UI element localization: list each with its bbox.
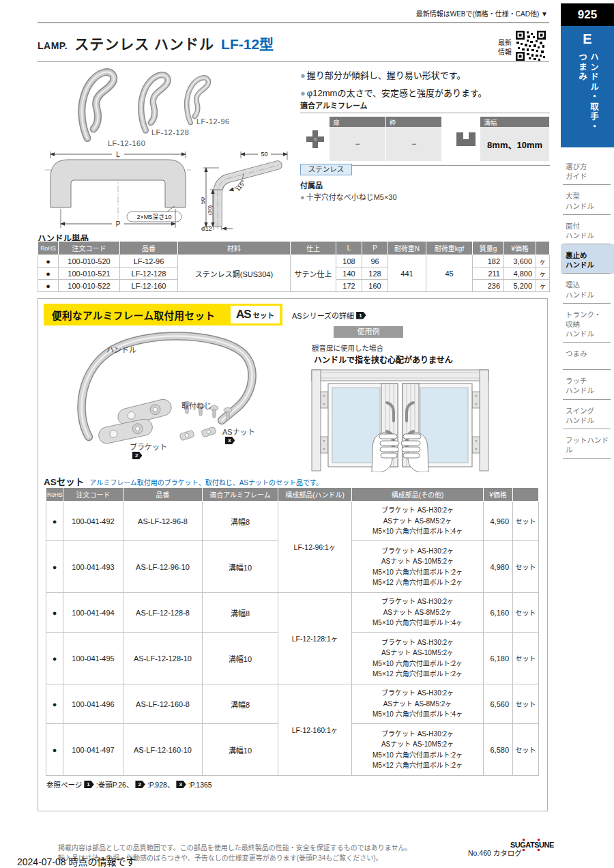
page-title: ステンレス ハンドル — [74, 33, 214, 53]
svg-text:115°: 115° — [234, 179, 246, 192]
disclaimer-line1: 掲載内容は部品としての品質範囲です。この部品を使用した最終製品の性能・安全を保証… — [58, 842, 411, 852]
load-n-cell: 441 — [388, 255, 426, 292]
component-other-cell: ブラケット AS-H30:2ヶ ASナット AS-10M5:2ヶ M5×10 六… — [352, 633, 484, 684]
catalog-page: 最新情報はWEBで(価格・仕様・CAD他) ▼ LAMP. ステンレス ハンドル… — [0, 0, 614, 868]
feature-item: ●φ12mmの太さで、安定感と強度があります。 — [300, 86, 551, 99]
col-rohs: RoHS — [46, 488, 63, 502]
lamp-logo: LAMP. — [38, 40, 68, 51]
compat-title: 適合アルミフレーム — [300, 100, 550, 113]
rohs-dot: ● — [38, 267, 59, 280]
qr-caption: 最新 情報 — [486, 38, 512, 57]
component-other-cell: ブラケット AS-H30:2ヶ ASナット AS-8M5:2ヶ M5×10 六角… — [352, 502, 484, 541]
nav-item-erabikata-guide[interactable]: 選び方 ガイド — [561, 156, 614, 185]
unit-cell: セット — [513, 633, 539, 684]
table-row: ● 100-041-496 AS-LF-12-160-8 溝幅8 LF-12-1… — [46, 684, 539, 724]
usage-line1: 観音扉に使用した場合 — [312, 343, 383, 353]
order-code: 100-010-522 — [59, 280, 120, 292]
rohs-dot: ● — [46, 593, 63, 633]
rohs-dot: ● — [46, 633, 63, 684]
bullet-icon: ● — [300, 88, 306, 98]
dim-l: 140 — [336, 267, 362, 280]
feature-item: ●握り部分が傾斜し、握り易い形状です。 — [300, 68, 551, 81]
dim-l: 172 — [336, 280, 362, 292]
col-component-other: 構成部品(その他) — [352, 488, 484, 502]
part-number-link[interactable]: AS-LF-12-160-10 — [123, 724, 203, 776]
part-number-link[interactable]: LF-12-160 — [120, 280, 178, 292]
price-cell: 3,600 — [504, 255, 536, 267]
svg-text:(30): (30) — [207, 205, 213, 216]
unit-cell: ヶ — [536, 255, 550, 267]
divider — [38, 61, 549, 62]
table-row: ● 100-010-520 LF-12-96 ステンレス鋼(SUS304) サテ… — [38, 255, 550, 267]
order-code: 100-010-521 — [59, 267, 120, 280]
nav-item-ogata-handle[interactable]: 大型 ハンドル — [561, 185, 614, 214]
nav-item-tsumami[interactable]: つまみ — [561, 343, 614, 370]
product-label: LF-12-128 — [151, 128, 189, 136]
nav-item-latch-handle[interactable]: ラッチ ハンドル — [561, 370, 614, 399]
feature-list: ●握り部分が傾斜し、握り易い形状です。 ●φ12mmの太さで、安定感と強度があり… — [300, 68, 551, 104]
part-number-link[interactable]: AS-LF-12-128-10 — [123, 633, 203, 684]
nav-item-uradome-handle[interactable]: 裏止め ハンドル — [561, 244, 614, 274]
part-number-link[interactable]: AS-LF-12-160-8 — [123, 684, 203, 724]
as-nut-label: ASナット — [222, 426, 255, 437]
as-table-title: ASセット — [44, 474, 84, 488]
bullet-icon: ● — [300, 70, 306, 81]
part-number-link[interactable]: LF-12-96 — [120, 255, 178, 267]
frame-cell: 溝幅8 — [203, 684, 278, 724]
frame-groove-profile-icon — [451, 117, 480, 161]
triangle-down-icon: ▼ — [541, 10, 548, 18]
handle-label: ハンドル — [106, 344, 136, 355]
compatible-frame-section: 適合アルミフレーム 扉 − 枠 − 溝幅 8mm、10mm — [300, 100, 550, 166]
nav-item-trunk-handle[interactable]: トランク・ 収納 ハンドル — [561, 304, 614, 343]
svg-text:2×M5深さ10: 2×M5深さ10 — [137, 214, 172, 220]
price-cell: 5,200 — [504, 280, 536, 292]
nav-item-umekomi-handle[interactable]: 埋込 ハンドル — [561, 274, 614, 303]
component-other-cell: ブラケット AS-H30:2ヶ ASナット AS-8M5:2ヶ M5×10 六角… — [352, 684, 484, 724]
dim-p: 96 — [362, 255, 388, 267]
as-logo: AS — [236, 308, 251, 321]
divider — [38, 23, 549, 23]
usage-line2: ハンドルで指を挟む心配がありません — [314, 353, 453, 365]
rohs-dot: ● — [38, 280, 59, 292]
section-tab: E ハンドル・取手・つまみ — [561, 26, 614, 147]
part-number-link[interactable]: AS-LF-12-96-10 — [123, 541, 203, 593]
mass-cell: 211 — [473, 267, 504, 280]
frame-cell: 溝幅10 — [203, 633, 278, 684]
frame-cell: 溝幅10 — [203, 724, 278, 776]
accessories-title: 付属品 — [300, 179, 323, 190]
as-table-desc: アルミフレーム取付用のブラケット、取付ねじ、ASナットのセット品です。 — [89, 477, 323, 487]
product-label: LF-12-96 — [196, 117, 230, 126]
compat-table: 扉 − 枠 − 溝幅 8mm、10mm — [300, 113, 550, 166]
as-banner: 便利なアルミフレーム取付用セット AS セット — [44, 304, 282, 326]
part-number-link[interactable]: AS-LF-12-96-8 — [123, 502, 203, 541]
component-other-cell: ブラケット AS-H30:2ヶ ASナット AS-10M5:2ヶ M5×10 六… — [352, 541, 484, 593]
as-parts-image — [42, 328, 315, 491]
rohs-dot: ● — [38, 255, 59, 267]
finish-cell: サテン仕上 — [291, 255, 336, 292]
col-mass: 質量g — [473, 242, 504, 255]
col-load-n: 耐荷重N — [388, 242, 426, 255]
part-number-link[interactable]: AS-LF-12-128-8 — [123, 593, 203, 633]
as-banner-text: 便利なアルミフレーム取付用セット — [44, 308, 215, 322]
col-load-kgf: 耐荷重kgf — [426, 242, 473, 255]
accessories-item: ●十字穴付なべ小ねじM5×30 — [300, 191, 397, 202]
nav-item-foot-handle[interactable]: フットハンドル — [561, 429, 614, 459]
rohs-dot: ● — [46, 541, 63, 593]
nav-item-mentsuke-handle[interactable]: 面付 ハンドル — [561, 215, 614, 244]
part-number-link[interactable]: LF-12-128 — [120, 267, 178, 280]
price-cell: 4,960 — [484, 502, 513, 541]
date-note: 2024-07-08 時点の情報です — [17, 854, 136, 868]
ref-badge-3: 3 — [176, 781, 186, 788]
price-cell: 6,580 — [484, 724, 513, 776]
frame-cell: 溝幅8 — [203, 502, 278, 541]
table-row: ● 100-041-494 AS-LF-12-128-8 溝幅8 LF-12-1… — [46, 593, 539, 633]
as-nuts — [179, 426, 216, 441]
material-cell: ステンレス鋼(SUS304) — [178, 255, 291, 292]
nav-item-swing-handle[interactable]: スイング ハンドル — [561, 400, 614, 429]
col-component-handle: 構成部品(ハンドル) — [278, 488, 352, 502]
dim-l: 108 — [336, 255, 362, 267]
category-nav: 選び方 ガイド 大型 ハンドル 面付 ハンドル 裏止め ハンドル 埋込 ハンドル… — [561, 156, 614, 459]
web-info-note: 最新情報はWEBで(価格・仕様・CAD他) ▼ — [38, 8, 548, 18]
title-row: LAMP. ステンレス ハンドル LF-12型 — [38, 33, 274, 53]
usage-illustration — [310, 366, 490, 475]
